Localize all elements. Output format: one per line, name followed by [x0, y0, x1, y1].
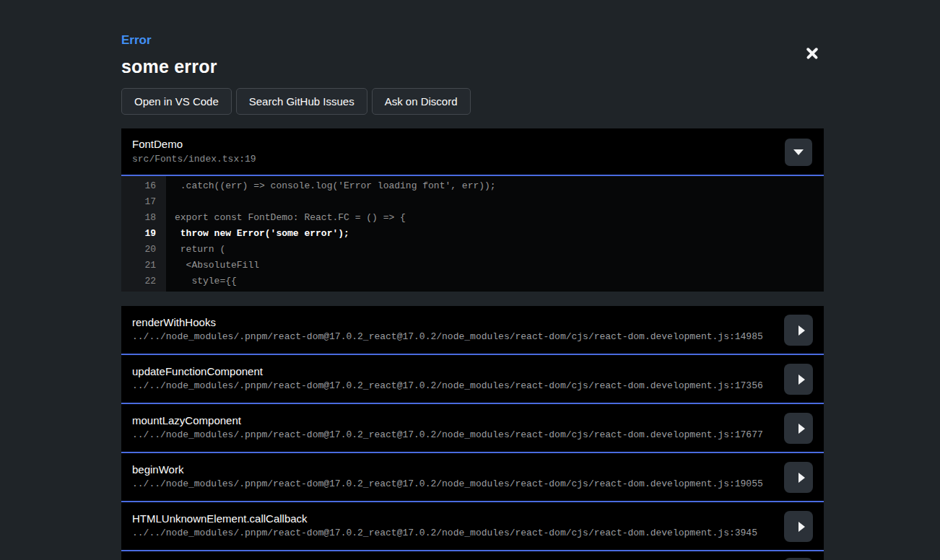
line-number: 18	[121, 210, 156, 226]
play-icon	[798, 473, 805, 483]
expand-stack-frame-button[interactable]	[784, 364, 813, 395]
play-icon	[798, 522, 805, 532]
page-title: some error	[121, 57, 824, 76]
line-number-gutter: 16171819202122	[121, 176, 166, 292]
error-overlay: Error some error Open in VS Code Search …	[121, 0, 824, 560]
code-frame-panel: FontDemo src/Fonts/index.tsx:19 16171819…	[121, 128, 824, 292]
code-line-highlighted: throw new Error('some error');	[175, 226, 824, 242]
error-type-label: Error	[121, 33, 824, 48]
stack-frame-function-name: mountLazyComponent	[132, 414, 773, 427]
stack-frame-file-location: ../../node_modules/.pnpm/react-dom@17.0.…	[132, 478, 773, 490]
stack-frame: mountLazyComponent../../node_modules/.pn…	[121, 404, 824, 453]
stack-frame-file-location: ../../node_modules/.pnpm/react-dom@17.0.…	[132, 380, 773, 392]
code-line: return (	[175, 242, 824, 258]
chevron-down-icon	[793, 149, 804, 155]
code-line	[175, 194, 824, 210]
stack-frame-file-location: ../../node_modules/.pnpm/react-dom@17.0.…	[132, 331, 773, 343]
stack-frame	[121, 551, 824, 560]
code-frame-header: FontDemo src/Fonts/index.tsx:19	[121, 128, 824, 176]
stack-frame-file-location: ../../node_modules/.pnpm/react-dom@17.0.…	[132, 429, 773, 441]
stack-frame-function-name: beginWork	[132, 463, 773, 476]
line-number: 19	[121, 226, 156, 242]
code-line: export const FontDemo: React.FC = () => …	[175, 210, 824, 226]
ask-on-discord-button[interactable]: Ask on Discord	[372, 88, 471, 115]
stack-frame: updateFunctionComponent../../node_module…	[121, 355, 824, 404]
line-number: 20	[121, 242, 156, 258]
line-number: 17	[121, 194, 156, 210]
code-line: style={{	[175, 274, 824, 289]
action-button-row: Open in VS Code Search GitHub Issues Ask…	[121, 88, 824, 115]
play-icon	[798, 325, 805, 336]
play-icon	[798, 424, 805, 434]
code-lines: .catch((err) => console.log('Error loadi…	[166, 176, 824, 292]
expand-stack-frame-button[interactable]	[784, 413, 813, 444]
line-number: 21	[121, 258, 156, 274]
stack-frame-function-name: renderWithHooks	[132, 315, 773, 329]
collapse-code-frame-button[interactable]	[785, 139, 812, 166]
search-github-issues-button[interactable]: Search GitHub Issues	[236, 88, 367, 115]
code-line: <AbsoluteFill	[175, 258, 824, 274]
stack-frame-file-location: ../../node_modules/.pnpm/react-dom@17.0.…	[132, 527, 773, 539]
stack-frame: renderWithHooks../../node_modules/.pnpm/…	[121, 306, 824, 355]
expand-stack-frame-button[interactable]	[784, 511, 813, 542]
stack-frame-function-name: HTMLUnknownElement.callCallback	[132, 512, 773, 525]
stack-frame: beginWork../../node_modules/.pnpm/react-…	[121, 453, 824, 502]
line-number: 16	[121, 178, 156, 194]
stack-trace-list: renderWithHooks../../node_modules/.pnpm/…	[121, 306, 824, 560]
stack-frame-function-name: updateFunctionComponent	[132, 364, 773, 378]
code-line: .catch((err) => console.log('Error loadi…	[175, 178, 824, 194]
expand-stack-frame-button[interactable]	[784, 315, 813, 346]
play-icon	[798, 375, 805, 385]
code-frame-file-location: src/Fonts/index.tsx:19	[132, 154, 812, 165]
open-in-vscode-button[interactable]: Open in VS Code	[121, 88, 232, 115]
code-frame-source: 16171819202122 .catch((err) => console.l…	[121, 176, 824, 292]
line-number: 22	[121, 274, 156, 289]
stack-frame: HTMLUnknownElement.callCallback../../nod…	[121, 502, 824, 551]
code-frame-function-name: FontDemo	[132, 138, 812, 151]
expand-stack-frame-button[interactable]	[784, 462, 813, 493]
